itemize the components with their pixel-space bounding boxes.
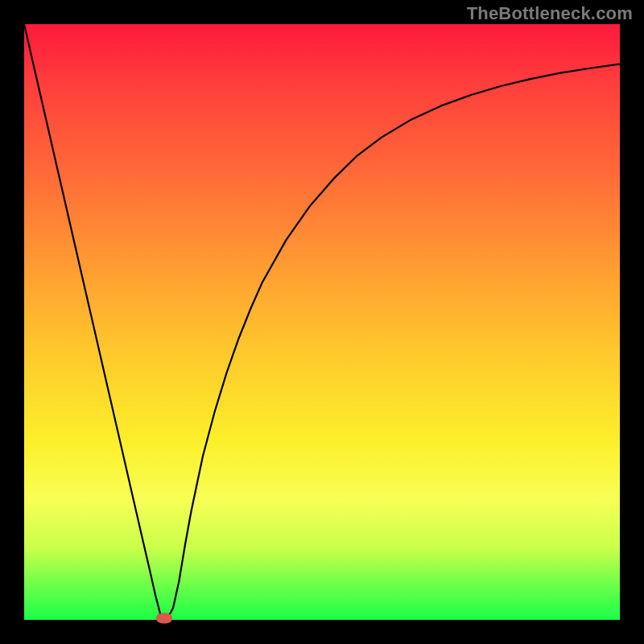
chart-frame: TheBottleneck.com <box>0 0 644 644</box>
plot-area <box>24 24 620 620</box>
chart-line-layer <box>24 24 620 620</box>
minimum-marker <box>156 613 172 623</box>
watermark-label: TheBottleneck.com <box>467 3 633 24</box>
series-line <box>24 24 620 619</box>
